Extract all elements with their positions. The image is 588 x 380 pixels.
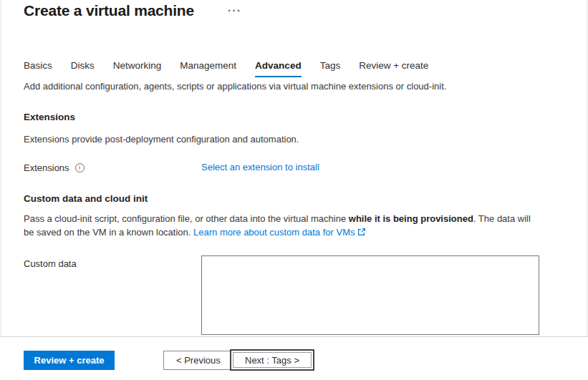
review-create-button[interactable]: Review + create bbox=[24, 351, 115, 370]
tab-basics[interactable]: Basics bbox=[24, 60, 52, 77]
create-vm-page: Create a virtual machine ··· Basics Disk… bbox=[0, 0, 588, 380]
tab-networking[interactable]: Networking bbox=[113, 60, 162, 77]
tab-disks[interactable]: Disks bbox=[71, 60, 95, 77]
tab-management[interactable]: Management bbox=[180, 60, 236, 77]
tab-tags[interactable]: Tags bbox=[320, 60, 341, 77]
custom-data-section-description: Pass a cloud-init script, configuration … bbox=[24, 213, 536, 239]
custom-data-desc-bold: while it is being provisioned bbox=[349, 213, 473, 224]
custom-data-field-label: Custom data bbox=[24, 258, 77, 269]
tab-advanced[interactable]: Advanced bbox=[255, 60, 302, 77]
select-extension-link[interactable]: Select an extension to install bbox=[201, 162, 319, 172]
tab-review-create[interactable]: Review + create bbox=[359, 60, 428, 77]
tab-strip: Basics Disks Networking Management Advan… bbox=[24, 60, 428, 77]
panel-left-border bbox=[0, 0, 1, 336]
tab-description: Add additional configuration, agents, sc… bbox=[24, 80, 539, 94]
next-tags-button[interactable]: Next : Tags > bbox=[230, 349, 314, 371]
page-title: Create a virtual machine bbox=[24, 2, 194, 19]
footer-divider bbox=[0, 336, 588, 337]
custom-data-input[interactable] bbox=[201, 255, 539, 335]
custom-data-label-text: Custom data bbox=[24, 258, 77, 269]
learn-more-link[interactable]: Learn more about custom data for VMs bbox=[193, 227, 365, 238]
custom-data-desc-text: Pass a cloud-init script, configuration … bbox=[24, 213, 349, 224]
extensions-label-text: Extensions bbox=[24, 162, 69, 173]
extensions-field-label: Extensions i bbox=[24, 162, 85, 173]
custom-data-section-heading: Custom data and cloud init bbox=[24, 193, 148, 204]
extensions-section-description: Extensions provide post-deployment confi… bbox=[24, 133, 299, 147]
extensions-section-heading: Extensions bbox=[24, 112, 75, 122]
previous-button[interactable]: < Previous bbox=[163, 351, 233, 370]
more-menu-icon[interactable]: ··· bbox=[225, 0, 245, 20]
info-icon[interactable]: i bbox=[75, 163, 85, 172]
external-link-icon bbox=[357, 228, 366, 236]
